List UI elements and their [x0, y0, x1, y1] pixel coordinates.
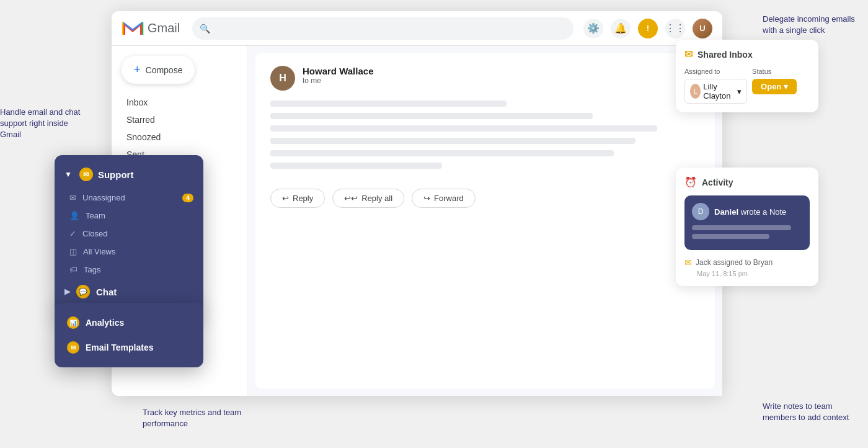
reply-all-button[interactable]: ↩↩ Reply all — [332, 189, 404, 208]
activity-note-card: D Daniel wrote a Note — [684, 195, 810, 250]
support-header[interactable]: ▼ ✉ Support — [55, 165, 203, 189]
analytics-icon: 📊 — [67, 316, 79, 329]
reply-icon: ↩ — [282, 194, 289, 203]
activity-title-text: Activity — [702, 177, 733, 187]
search-bar[interactable]: 🔍 — [192, 17, 574, 40]
email-line-2 — [270, 113, 593, 119]
note-header: D Daniel wrote a Note — [692, 203, 802, 220]
shared-inbox-title: ✉ Shared Inbox — [684, 48, 810, 60]
activity-assign-icon: ✉ — [684, 258, 692, 267]
sidebar-item-inbox[interactable]: Inbox — [112, 94, 247, 111]
analytics-label: Analytics — [86, 318, 124, 328]
note-author-name: Daniel — [714, 207, 738, 217]
reply-all-label: Reply all — [361, 194, 392, 203]
sidebar-starred-label: Starred — [126, 115, 155, 125]
allviews-label: All Views — [83, 247, 116, 256]
chat-label: Chat — [96, 287, 117, 297]
sender-avatar: H — [270, 66, 295, 91]
support-item-tags[interactable]: 🏷 Tags — [55, 261, 203, 279]
compose-button[interactable]: + Compose — [122, 56, 195, 84]
forward-icon: ↪ — [423, 194, 430, 203]
sidebar-item-snoozed[interactable]: Snoozed — [112, 128, 247, 146]
email-templates-label: Email Templates — [86, 343, 153, 352]
activity-assign-row: ✉ Jack assigned to Bryan — [684, 258, 810, 267]
support-title: Support — [98, 169, 134, 180]
shared-inbox-icon: ✉ — [684, 48, 693, 60]
note-content-line-1 — [692, 225, 791, 230]
status-chevron-icon: ▾ — [784, 82, 788, 91]
sender-details: Howard Wallace to me — [303, 66, 700, 85]
sender-name: Howard Wallace — [303, 66, 700, 76]
email-line-4 — [270, 138, 636, 144]
email-line-6 — [270, 163, 442, 169]
user-avatar[interactable]: U — [693, 19, 712, 38]
email-line-3 — [270, 125, 657, 132]
status-open-button[interactable]: Open ▾ — [752, 79, 797, 94]
shared-inbox-title-text: Shared Inbox — [698, 50, 753, 60]
chat-item[interactable]: ▶ 💬 Chat — [55, 279, 203, 305]
gmail-m-icon — [122, 20, 144, 37]
closed-icon: ✓ — [69, 229, 76, 238]
annotation-bottom-right: Write notes to team members to add conte… — [763, 401, 862, 423]
unassigned-label: Unassigned — [82, 193, 125, 202]
activity-panel: ⏰ Activity D Daniel wrote a Note ✉ Jack … — [676, 168, 818, 286]
chat-chevron-icon: ▶ — [64, 287, 70, 296]
reply-all-icon: ↩↩ — [344, 194, 358, 203]
settings-icon[interactable]: ⚙️ — [583, 19, 603, 38]
note-author-avatar: D — [692, 203, 709, 220]
forward-button[interactable]: ↪ Forward — [412, 189, 476, 208]
analytics-panel: 📊 Analytics ✉ Email Templates — [55, 303, 203, 367]
reply-button[interactable]: ↩ Reply — [270, 189, 325, 208]
shared-inbox-fields: Assigned to L Lilly Clayton ▾ Status Ope… — [684, 68, 810, 104]
tags-label: Tags — [84, 265, 100, 274]
assigned-to-group: Assigned to L Lilly Clayton ▾ — [684, 68, 747, 104]
email-line-5 — [270, 150, 614, 156]
status-label: Status — [752, 68, 810, 75]
analytics-item[interactable]: 📊 Analytics — [55, 310, 203, 335]
compose-plus-icon: + — [134, 63, 141, 76]
assigned-dropdown[interactable]: L Lilly Clayton ▾ — [684, 79, 747, 104]
search-icon: 🔍 — [200, 24, 210, 34]
sidebar-inbox-label: Inbox — [126, 97, 148, 107]
email-line-1 — [270, 101, 507, 107]
email-templates-icon: ✉ — [67, 341, 79, 354]
assignee-chevron-icon: ▾ — [737, 87, 742, 96]
team-icon: 👤 — [69, 211, 79, 220]
search-input[interactable] — [215, 24, 566, 34]
allviews-icon: ◫ — [69, 247, 77, 256]
email-view: H Howard Wallace to me ↩ — [255, 53, 715, 388]
bell-icon[interactable]: 🔔 — [611, 19, 631, 38]
team-label: Team — [86, 211, 105, 220]
compose-label: Compose — [146, 65, 183, 75]
support-item-team[interactable]: 👤 Team — [55, 207, 203, 225]
assignee-avatar: L — [690, 84, 701, 99]
support-chevron-icon: ▼ — [64, 170, 72, 179]
activity-assign-text: Jack assigned to Bryan — [696, 258, 773, 267]
unassigned-badge: 4 — [182, 194, 193, 202]
status-group: Status Open ▾ — [752, 68, 810, 104]
unassigned-icon: ✉ — [69, 193, 76, 202]
notification-icon[interactable]: ! — [638, 19, 658, 38]
support-item-allviews[interactable]: ◫ All Views — [55, 243, 203, 261]
support-item-unassigned[interactable]: ✉ Unassigned 4 — [55, 189, 203, 207]
gmail-title-text: Gmail — [148, 21, 180, 35]
gmail-header: Gmail 🔍 ⚙️ 🔔 ! ⋮⋮ U — [112, 11, 722, 46]
forward-label: Forward — [434, 194, 464, 203]
email-body — [270, 101, 700, 169]
grid-icon[interactable]: ⋮⋮ — [665, 19, 685, 38]
sidebar-item-starred[interactable]: Starred — [112, 111, 247, 128]
support-icon: ✉ — [79, 168, 93, 181]
note-content-line-2 — [692, 234, 769, 239]
annotation-middle-left: Handle email and chat support right insi… — [0, 107, 90, 141]
assigned-to-label: Assigned to — [684, 68, 747, 75]
closed-label: Closed — [82, 229, 107, 238]
tags-icon: 🏷 — [69, 265, 78, 274]
sender-to: to me — [303, 76, 700, 85]
annotation-bottom-left: Track key metrics and team performance — [143, 407, 242, 429]
annotation-top-right: Delegate incoming emails with a single c… — [763, 14, 862, 36]
email-templates-item[interactable]: ✉ Email Templates — [55, 335, 203, 360]
header-icons: ⚙️ 🔔 ! ⋮⋮ U — [583, 19, 712, 38]
support-item-closed[interactable]: ✓ Closed — [55, 225, 203, 243]
shared-inbox-panel: ✉ Shared Inbox Assigned to L Lilly Clayt… — [676, 40, 818, 112]
note-text: Daniel wrote a Note — [714, 207, 786, 217]
